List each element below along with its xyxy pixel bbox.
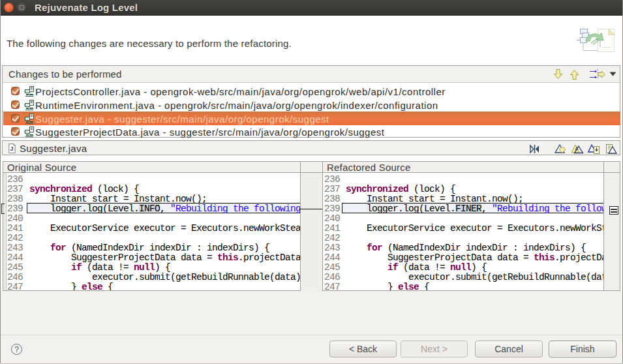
svg-text:J: J: [10, 145, 13, 152]
